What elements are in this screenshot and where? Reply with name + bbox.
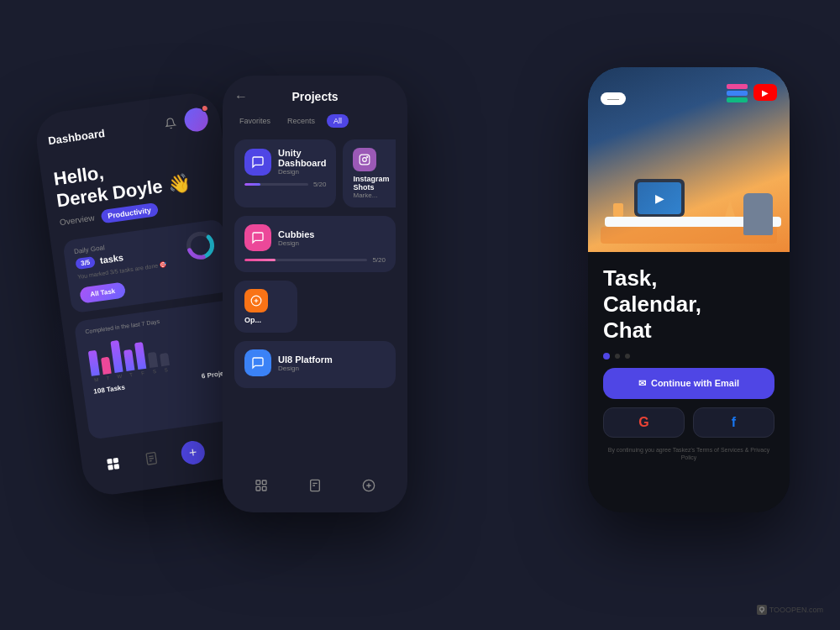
op-partial-name: Op... <box>244 316 287 324</box>
tab-overview[interactable]: Overview <box>59 213 95 228</box>
bar-friday: F <box>134 342 147 376</box>
bar-saturday: S <box>148 351 160 374</box>
cubbies-project-name: Cubbies <box>278 229 386 239</box>
ui8-project-name: UI8 Platform <box>278 354 386 365</box>
filter-tabs: Favorites Recents All <box>234 114 396 128</box>
instagram-icon <box>353 148 376 171</box>
unity-progress: 5/20 <box>244 181 326 188</box>
ui8-icon <box>244 349 271 376</box>
cubbies-progress: 5/20 <box>244 256 386 264</box>
ui8-project-category: Design <box>278 365 386 372</box>
nav-document-icon[interactable] <box>142 449 161 469</box>
projects-nav-add[interactable] <box>362 479 375 496</box>
cubbies-icon <box>244 224 271 251</box>
dot-1 <box>603 353 610 360</box>
svg-rect-11 <box>360 155 370 165</box>
phone-projects: ← Projects Favorites Recents All <box>223 76 407 512</box>
op-icon <box>244 289 268 312</box>
google-signin-button[interactable]: G <box>603 407 685 438</box>
dot-indicators <box>603 353 774 360</box>
nav-home-icon[interactable] <box>103 454 123 474</box>
unity-project-name: Unity Dashboard <box>278 148 326 168</box>
dashboard-title: Dashboard <box>47 126 105 146</box>
bar-tuesday: T <box>101 356 113 381</box>
facebook-signin-button[interactable]: f <box>693 407 774 438</box>
project-ui8[interactable]: UI8 Platform Design <box>234 341 396 388</box>
social-buttons: G f <box>603 407 774 438</box>
svg-point-12 <box>363 158 367 162</box>
unity-progress-text: 5/20 <box>313 181 327 188</box>
book-stack <box>727 84 748 102</box>
project-cubbies[interactable]: Cubbies Design 5/20 <box>234 216 396 272</box>
filter-recents[interactable]: Recents <box>282 114 320 128</box>
project-unity-icon <box>244 149 271 176</box>
svg-rect-18 <box>262 480 266 485</box>
bell-icon[interactable] <box>160 113 181 134</box>
projects-list: Cubbies Design 5/20 <box>234 216 396 388</box>
notification-dot <box>201 104 208 112</box>
filter-all[interactable]: All <box>327 114 349 128</box>
second-projects-row: Op... <box>234 281 396 333</box>
svg-point-27 <box>759 607 764 612</box>
email-icon: ✉ <box>638 378 646 389</box>
projects-nav-grid[interactable] <box>255 479 268 496</box>
instagram-project-name: Instagram <box>353 175 396 183</box>
cubbies-progress-text: 5/20 <box>372 256 386 264</box>
filter-favorites[interactable]: Favorites <box>234 114 276 128</box>
svg-rect-19 <box>256 486 260 491</box>
instagram-partial-card: Instagram Shots Marke... <box>343 139 396 207</box>
top-projects-row: Unity Dashboard Design 5/20 <box>234 139 396 207</box>
tasks-badge: 3/5 <box>75 256 96 270</box>
watermark: TOOOPEN.com <box>757 605 823 615</box>
projects-bottom-nav <box>234 470 396 499</box>
tasks-label: tasks <box>99 253 124 266</box>
projects-nav-doc[interactable] <box>308 479 322 496</box>
project-header: Unity Dashboard Design <box>244 148 326 176</box>
onboarding-headline: Task,Calendar,Chat <box>603 265 774 344</box>
tasks-count: 108 Tasks <box>93 383 126 395</box>
play-icon: ▶ <box>655 192 664 205</box>
bar-wednesday: W <box>110 340 123 380</box>
speech-bubble: —— <box>601 92 626 105</box>
unity-project-category: Design <box>278 168 326 176</box>
daily-goal-card: Daily Goal 3/5 tasks You marked 3/5 task… <box>62 218 232 313</box>
user-avatar[interactable] <box>183 107 210 134</box>
bar-thursday: T <box>123 349 135 377</box>
desk-monitor: ▶ <box>634 179 685 217</box>
continue-email-button[interactable]: ✉ Continue with Email <box>603 368 774 399</box>
google-logo: G <box>638 415 648 430</box>
instagram-category: Marke... <box>353 192 396 199</box>
nav-add-button[interactable]: + <box>180 439 207 466</box>
bar-monday: M <box>88 349 101 382</box>
svg-rect-5 <box>108 465 113 470</box>
all-task-button[interactable]: All Task <box>79 281 126 303</box>
project-unity-dashboard[interactable]: Unity Dashboard Design 5/20 <box>234 139 336 207</box>
svg-rect-3 <box>107 459 113 465</box>
svg-point-13 <box>367 156 368 157</box>
youtube-badge: ▶ <box>753 84 777 101</box>
facebook-logo: f <box>732 415 736 430</box>
pencil-cup <box>613 203 623 217</box>
svg-rect-20 <box>262 486 266 491</box>
svg-rect-17 <box>256 480 260 485</box>
onboarding-illustration: ▶ —— ▶ <box>588 67 790 252</box>
dot-2 <box>615 354 620 359</box>
op-partial-card: Op... <box>234 281 297 333</box>
cubbies-project-category: Design <box>278 239 386 247</box>
dot-3 <box>625 354 630 359</box>
desk-scene: ▶ —— ▶ <box>588 67 790 252</box>
svg-line-8 <box>149 456 153 457</box>
terms-text: By continuing you agree Taskez's Terms o… <box>603 446 774 463</box>
tooopen-logo <box>757 605 767 615</box>
donut-chart <box>181 226 219 264</box>
svg-rect-6 <box>113 464 119 470</box>
desk-chair <box>743 193 773 235</box>
back-button[interactable]: ← <box>234 89 248 104</box>
svg-rect-4 <box>113 458 118 464</box>
phone-onboarding: ▶ —— ▶ <box>588 67 790 512</box>
bar-sunday: S <box>160 352 171 372</box>
cubbies-progress-fill <box>244 259 276 261</box>
onboarding-content: Task,Calendar,Chat ✉ Continue with Email… <box>588 252 790 512</box>
svg-line-9 <box>150 458 154 459</box>
traffic-cone <box>725 200 735 217</box>
